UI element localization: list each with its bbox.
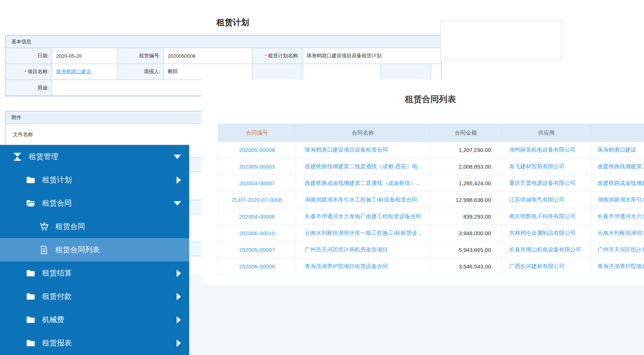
sidebar-item[interactable]: 租赁结算 xyxy=(0,261,189,285)
chevron-down-icon xyxy=(174,155,181,159)
cart-icon xyxy=(38,222,50,232)
contract-no-link[interactable]: 202004-00007 xyxy=(239,180,275,186)
project-cell: 广州市天河区统计局 xyxy=(592,241,644,258)
contract-no-link[interactable]: 202005-00007 xyxy=(239,247,275,253)
column-header-contract-name[interactable]: 合同名称 xyxy=(296,124,430,142)
sidebar-item[interactable]: 租赁管理 xyxy=(0,145,189,168)
project-cell: 长春市伊通河水力发 xyxy=(592,208,644,225)
sidebar-item-label: 机械费 xyxy=(42,315,64,325)
empty-label-cell xyxy=(381,64,431,80)
contract-no-cell: 202006-00009 xyxy=(218,258,296,275)
page-title: 租赁计划 xyxy=(15,17,451,28)
contract-no-link[interactable]: 202004-00006 xyxy=(239,213,275,220)
supplier-cell: 吉林楷伦金属制品有限公司 xyxy=(502,225,592,241)
project-cell: 云南水利枢纽潜明水 xyxy=(592,225,644,241)
contract-no-link[interactable]: 202009-00003 xyxy=(239,163,275,170)
rental-no-field[interactable]: 2020050008 xyxy=(164,48,252,64)
rental-no-label: 租赁编号: xyxy=(118,48,164,64)
contract-name-link[interactable]: 青海洪湖养护院项目租赁设备合同 xyxy=(305,263,388,269)
column-header-supplier[interactable]: 供应商 xyxy=(502,124,592,142)
column-header-project[interactable] xyxy=(592,124,644,142)
supplier-cell: 湖州丽景机电设备有限公司 xyxy=(502,142,592,158)
project-cell: 改建铁路成渝线增建 xyxy=(592,175,644,192)
contract-name-link[interactable]: 长春市伊通河水力发电厂改建工程租赁设备合同 xyxy=(305,213,421,219)
supplier-link[interactable]: 湖州丽景机电设备有限公司 xyxy=(509,146,576,153)
supplier-link[interactable]: 高飞建材贸易有限公司 xyxy=(509,163,565,169)
column-header-amount[interactable]: 合同金额 xyxy=(430,124,502,142)
sidebar-item-label: 租赁计划 xyxy=(42,175,72,185)
project-link[interactable]: 改建铁路线增建第二线 xyxy=(597,163,644,169)
table-row: 202009-00003 改建铁路线增建第二线直通线（成都-西安）电... 2,… xyxy=(218,158,644,175)
project-cell: 青海洪湖养护院项目 xyxy=(592,258,644,275)
contract-no-link[interactable]: ZLHT-2020-07-0006 xyxy=(232,197,282,203)
folder-icon xyxy=(25,175,36,185)
project-link[interactable]: 长春市伊通河水力发 xyxy=(597,213,644,219)
project-name-link[interactable]: 珠海鹤港口建设 xyxy=(56,68,91,75)
project-link[interactable]: 珠海鹤港口建设 xyxy=(597,146,636,153)
hourglass-icon xyxy=(12,152,23,162)
contract-no-link[interactable]: 202005-00008 xyxy=(239,147,275,153)
supplier-link[interactable]: 重庆艺普电源设备有限公司 xyxy=(509,180,576,186)
sidebar-item[interactable]: 机械费 xyxy=(0,308,189,331)
plan-name-label: * 租赁计划名称: xyxy=(252,48,303,64)
section-header-basic-info: 基本信息 xyxy=(6,36,441,48)
project-link[interactable]: 云南水利枢纽潜明水 xyxy=(597,230,644,236)
sidebar-item[interactable]: 租赁付款 xyxy=(0,285,189,308)
sidebar-item[interactable]: 租赁合同 xyxy=(0,215,189,238)
form-row-1: 日期: 2020-05-20 租赁编号: 2020050008 * 租赁计划名称… xyxy=(6,48,441,64)
supplier-cell: 重庆艺普电源设备有限公司 xyxy=(502,175,592,192)
project-name-field: 珠海鹤港口建设 xyxy=(52,64,118,80)
date-label: 日期: xyxy=(6,48,52,64)
date-field[interactable]: 2020-05-20 xyxy=(52,48,118,64)
sidebar-item[interactable]: 租赁合同列表 xyxy=(0,238,189,261)
project-cell: 珠海鹤港口建设 xyxy=(592,142,644,158)
content-background xyxy=(189,274,644,355)
sidebar-item-label: 租赁管理 xyxy=(29,152,58,162)
reporter-field[interactable]: 断郎 xyxy=(164,64,252,80)
chevron-right-icon xyxy=(177,270,181,277)
supplier-cell: 江苏明城电气有限公司 xyxy=(502,192,592,208)
project-link[interactable]: 青海洪湖养护院项目 xyxy=(597,263,644,269)
contract-name-link[interactable]: 广州市天河区统计局机房改造项目 xyxy=(305,246,388,253)
contract-amount-cell: 1,207,290.00 xyxy=(430,142,502,158)
table-row: 202004-00006 长春市伊通河水力发电厂改建工程租赁设备合同 839,2… xyxy=(218,208,644,225)
table-row: 202006-00009 青海洪湖养护院项目租赁设备合同 3,546,543.0… xyxy=(218,258,644,275)
contract-list-title: 租赁合同列表 xyxy=(201,94,644,105)
empty-value-cell xyxy=(431,64,441,80)
contract-name-cell: 改建铁路线增建第二线直通线（成都-西安）电... xyxy=(296,158,430,175)
contract-name-link[interactable]: 改建铁路线增建第二线直通线（成都-西安）电... xyxy=(305,163,422,169)
supplier-link[interactable]: 广西长河建材有限公司 xyxy=(509,263,565,269)
contract-name-link[interactable]: 珠海鹤港口建设项目设备租赁合同 xyxy=(305,146,388,153)
form-row-2: * 项目名称: 珠海鹤港口建设 填报人: 断郎 xyxy=(6,64,441,80)
contract-table-header-row: 合同编号 合同名称 合同金额 供应商 xyxy=(218,124,644,142)
sidebar-item[interactable]: 租赁报表 xyxy=(0,331,189,355)
project-link[interactable]: 湖南洞庭湖水库引水 xyxy=(597,196,644,203)
contract-no-link[interactable]: 202006-00009 xyxy=(239,263,275,270)
table-row: 202006-00010 云南水利枢纽潜明水库一期工程施工I标租赁设... 3,… xyxy=(218,225,644,241)
contract-name-cell: 珠海鹤港口建设项目设备租赁合同 xyxy=(296,142,430,158)
chevron-right-icon xyxy=(177,293,181,300)
contract-name-link[interactable]: 湖南洞庭湖水库引水工程施工I标设备租赁合同 xyxy=(305,196,417,203)
contract-table: 合同编号 合同名称 合同金额 供应商 202005-00008 珠海鹤港口建设项… xyxy=(218,124,644,275)
project-link[interactable]: 改建铁路成渝线增建 xyxy=(597,180,644,186)
supplier-link[interactable]: 吉林楷伦金属制品有限公司 xyxy=(509,230,576,236)
column-header-contract-no[interactable]: 合同编号 xyxy=(218,124,296,142)
folder-icon xyxy=(25,291,36,302)
contract-no-link[interactable]: 202006-00010 xyxy=(239,230,275,236)
supplier-link[interactable]: 江苏明城电气有限公司 xyxy=(509,196,565,203)
contract-name-cell: 青海洪湖养护院项目租赁设备合同 xyxy=(296,258,430,275)
table-row: 202005-00007 广州市天河区统计局机房改造项目 5,943,665.0… xyxy=(218,241,644,258)
supplier-link[interactable]: 长春市博山机电设备有限公司 xyxy=(509,246,581,253)
plan-name-field[interactable]: 珠海鹤港口建设项目设备租赁计划 xyxy=(303,48,441,64)
sidebar-item[interactable]: 租赁合同 xyxy=(0,192,189,215)
contract-amount-cell: 1,285,424.00 xyxy=(430,175,502,192)
supplier-link[interactable]: 南京明辉电子科技有限公司 xyxy=(509,213,576,219)
contract-name-cell: 湖南洞庭湖水库引水工程施工I标设备租赁合同 xyxy=(296,192,430,208)
folder-open-icon xyxy=(25,198,36,209)
contract-name-link[interactable]: 改建铁路成渝线增建第二直通线（成渝枢纽）... xyxy=(305,180,420,186)
project-link[interactable]: 广州市天河区统计局 xyxy=(597,246,644,253)
sidebar-item-label: 租赁报表 xyxy=(42,338,72,348)
sidebar-item[interactable]: 租赁计划 xyxy=(0,168,189,192)
contract-name-link[interactable]: 云南水利枢纽潜明水库一期工程施工I标租赁设... xyxy=(305,230,422,236)
contract-amount-cell: 12,998,636.00 xyxy=(430,192,502,208)
